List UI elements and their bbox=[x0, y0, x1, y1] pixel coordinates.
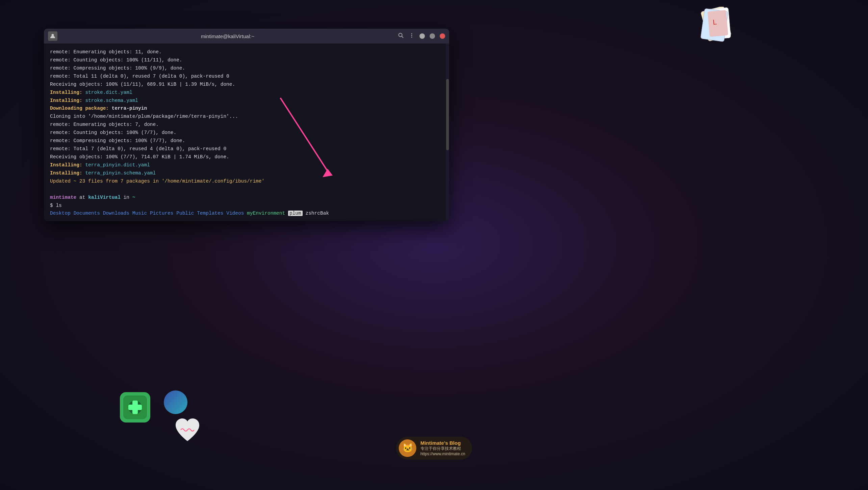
blog-badge: 🐱 Mintimate's Blog 专注于你分享技术教程 https://ww… bbox=[396, 437, 472, 460]
output-line: remote: Total 11 (delta 0), reused 7 (de… bbox=[50, 73, 443, 81]
terminal-title: mintimate@kaliVirtual:~ bbox=[61, 33, 394, 39]
decorative-green-box bbox=[118, 390, 152, 424]
terminal-titlebar: mintimate@kaliVirtual:~ bbox=[44, 29, 449, 44]
titlebar-actions bbox=[398, 32, 445, 40]
blog-name: Mintimate's Blog bbox=[420, 440, 465, 446]
command-line-1: $ ls bbox=[50, 202, 443, 210]
output-line: Downloading package: terra-pinyin bbox=[50, 105, 443, 113]
svg-line-7 bbox=[402, 36, 404, 38]
svg-rect-17 bbox=[128, 405, 142, 410]
minimize-button[interactable] bbox=[419, 33, 425, 39]
blog-subtitle: 专注于你分享技术教程 bbox=[420, 446, 465, 452]
prompt-line-1: mintimate at kaliVirtual in ~ bbox=[50, 194, 443, 202]
ls-output: Desktop Documents Downloads Music Pictur… bbox=[50, 210, 443, 218]
output-line: remote: Compressing objects: 100% (9/9),… bbox=[50, 64, 443, 73]
close-button[interactable] bbox=[440, 33, 445, 39]
svg-point-8 bbox=[411, 33, 412, 34]
svg-text:L: L bbox=[712, 18, 717, 27]
scrollbar-thumb[interactable] bbox=[446, 79, 449, 150]
svg-point-9 bbox=[411, 35, 412, 36]
decorative-cards: L bbox=[699, 7, 740, 40]
output-line: Cloning into '/home/mintimate/plum/packa… bbox=[50, 113, 443, 121]
decorative-circle bbox=[162, 389, 189, 416]
svg-point-18 bbox=[164, 390, 187, 414]
output-line: Updated ~ 23 files from 7 packages in '/… bbox=[50, 178, 443, 186]
scrollbar[interactable] bbox=[446, 44, 449, 221]
output-line: remote: Total 7 (delta 0), reused 4 (del… bbox=[50, 145, 443, 153]
terminal-window: mintimate@kaliVirtual:~ remote: bbox=[44, 29, 449, 221]
svg-point-6 bbox=[399, 33, 402, 36]
decorative-heart bbox=[172, 416, 203, 446]
blog-url: https://www.mintimate.cn bbox=[420, 452, 465, 456]
output-line: remote: Enumerating objects: 7, done. bbox=[50, 121, 443, 129]
svg-point-10 bbox=[411, 36, 412, 37]
output-line: Installing: stroke.dict.yaml bbox=[50, 89, 443, 97]
terminal-body[interactable]: remote: Enumerating objects: 11, done. r… bbox=[44, 44, 449, 221]
output-line: remote: Enumerating objects: 11, done. bbox=[50, 48, 443, 56]
output-line: remote: Counting objects: 100% (7/7), do… bbox=[50, 129, 443, 137]
output-line bbox=[50, 186, 443, 194]
output-line: remote: Compressing objects: 100% (7/7),… bbox=[50, 137, 443, 145]
blog-text: Mintimate's Blog 专注于你分享技术教程 https://www.… bbox=[420, 440, 465, 456]
output-line: Installing: terra_pinyin.dict.yaml bbox=[50, 161, 443, 169]
menu-icon[interactable] bbox=[409, 32, 415, 40]
maximize-button[interactable] bbox=[430, 33, 435, 39]
search-icon[interactable] bbox=[398, 32, 404, 40]
blog-avatar: 🐱 bbox=[399, 439, 416, 457]
output-line bbox=[50, 218, 443, 221]
output-line: remote: Counting objects: 100% (11/11), … bbox=[50, 56, 443, 64]
output-line: Installing: stroke.schema.yaml bbox=[50, 97, 443, 105]
profile-icon[interactable] bbox=[48, 31, 57, 41]
output-line: Receiving objects: 100% (11/11), 689.91 … bbox=[50, 81, 443, 89]
output-line: Receiving objects: 100% (7/7), 714.07 Ki… bbox=[50, 153, 443, 161]
output-line: Installing: terra_pinyin.schema.yaml bbox=[50, 169, 443, 178]
svg-rect-3 bbox=[708, 10, 728, 37]
